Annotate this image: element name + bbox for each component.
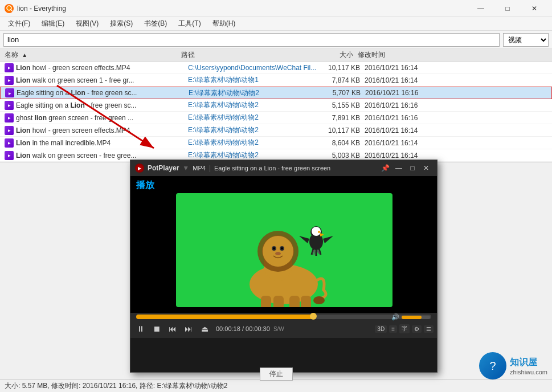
potplayer-window-buttons: 📌 — □ ✕ [379, 163, 432, 173]
table-row[interactable]: ▶Lion in the mall incredible.MP4E:\绿幕素材\… [0, 137, 552, 149]
svg-point-13 [275, 252, 281, 255]
player-controls: 🔊 ⏸ ⏹ ⏮ ⏭ ⏏ 00:00:18 / 00:00:30 S/W 3D ≡… [130, 313, 437, 338]
col-header-path[interactable]: 路径 [181, 50, 312, 60]
menu-view[interactable]: 视图(V) [70, 18, 104, 30]
file-name-cell: Lion howl - green screen effects.MP4 [16, 126, 188, 134]
minimize-button[interactable]: — [468, 0, 494, 17]
file-size-cell: 5,707 KB [320, 89, 365, 97]
search-type-select[interactable]: 视频 全部 音频 图片 文档 压缩包 [503, 33, 549, 47]
svg-rect-18 [301, 296, 311, 307]
file-name-cell: Eagle sitting on a Lion - free green sc.… [17, 89, 189, 97]
file-mtime-cell: 2016/10/21 16:14 [365, 152, 433, 160]
menu-file[interactable]: 文件(F) [2, 18, 36, 30]
potplayer-pin-button[interactable]: 📌 [379, 163, 391, 173]
video-area[interactable]: 播放 [130, 176, 437, 313]
progress-fill [136, 315, 313, 319]
col-header-mtime[interactable]: 修改时间 [358, 50, 426, 60]
mp4-icon: ▶ [5, 113, 14, 122]
menu-tools[interactable]: 工具(T) [173, 18, 206, 30]
watermark: ? 知识屋 zhishiwu.com [479, 352, 547, 379]
svg-point-12 [281, 247, 283, 250]
svg-line-1 [11, 10, 13, 11]
table-header: 名称 ▲ 路径 大小 修改时间 [0, 49, 552, 62]
table-row[interactable]: ▶Eagle sitting on a Lion - free green sc… [0, 87, 552, 99]
search-input[interactable] [3, 33, 500, 47]
table-row[interactable]: ▶Lion howl - green screen effects.MP4C:\… [0, 62, 552, 74]
table-row[interactable]: ▶Eagle sitting on a Lion - free green sc… [0, 99, 552, 112]
time-elapsed: 00:00:18 [216, 325, 240, 332]
volume-fill [402, 316, 422, 319]
volume-control: 🔊 [391, 313, 430, 321]
file-path-cell: E:\绿幕素材\动物\动物2 [188, 150, 319, 160]
file-icon: ▶ [5, 63, 14, 72]
eq-button[interactable]: ≡ [389, 325, 397, 333]
time-display: 00:00:18 / 00:00:30 S/W [216, 325, 284, 332]
mp4-icon: ▶ [5, 101, 14, 110]
menu-button[interactable]: ☰ [424, 325, 434, 333]
file-size-cell: 10,117 KB [319, 64, 365, 72]
stop-button[interactable]: ⏹ [150, 322, 163, 335]
prev-button[interactable]: ⏮ [166, 322, 179, 335]
file-icon: ▶ [5, 88, 14, 97]
file-mtime-cell: 2016/10/21 16:14 [365, 139, 433, 147]
open-button[interactable]: ⏏ [198, 322, 211, 335]
mp4-icon: ▶ [5, 138, 14, 148]
file-icon: ▶ [5, 151, 14, 160]
maximize-button[interactable]: □ [494, 0, 521, 17]
3d-button[interactable]: 3D [375, 325, 387, 333]
video-playing-text: 播放 [136, 179, 154, 191]
svg-rect-17 [289, 296, 300, 307]
file-mtime-cell: 2016/10/21 16:16 [365, 101, 433, 109]
table-row[interactable]: ▶Lion howl - green screen effects.MP4E:\… [0, 124, 552, 137]
potplayer-minimize-button[interactable]: — [392, 163, 405, 173]
progress-bar[interactable] [136, 315, 431, 319]
menu-search[interactable]: 搜索(S) [104, 18, 138, 30]
settings-button[interactable]: ⚙ [412, 325, 422, 333]
file-path-cell: C:\Users\yypond\Documents\WeChat Fil... [188, 64, 319, 72]
file-path-cell: E:\绿幕素材\动物\动物2 [188, 113, 319, 122]
potplayer-title-left: ▶ PotPlayer ▼ MP4 | Eagle sitting on a L… [135, 164, 375, 173]
potplayer-maximize-button[interactable]: □ [406, 163, 419, 173]
pause-button[interactable]: ⏸ [134, 322, 148, 335]
potplayer-file-title: Eagle sitting on a Lion - free green scr… [214, 165, 375, 172]
player-stop-button[interactable]: 停止 [260, 368, 293, 381]
table-row[interactable]: ▶ghost lion green screen - free green ..… [0, 112, 552, 124]
file-name-cell: Lion walk on green screen - free gree... [16, 152, 188, 160]
file-icon: ▶ [5, 138, 14, 148]
svg-point-11 [273, 247, 275, 250]
mp4-icon: ▶ [5, 76, 14, 85]
menu-bar: 文件(F) 编辑(E) 视图(V) 搜索(S) 书签(B) 工具(T) 帮助(H… [0, 17, 552, 31]
window-controls: — □ ✕ [468, 0, 547, 17]
next-button[interactable]: ⏭ [182, 322, 195, 335]
file-size-cell: 7,891 KB [319, 114, 365, 122]
potplayer-close-button[interactable]: ✕ [420, 163, 432, 173]
col-header-size[interactable]: 大小 [312, 50, 358, 60]
file-mtime-cell: 2016/10/21 16:14 [365, 126, 433, 134]
file-list: ▶Lion howl - green screen effects.MP4C:\… [0, 62, 552, 162]
status-text: 大小: 5.57 MB, 修改时间: 2016/10/21 16:16, 路径:… [5, 381, 227, 391]
table-row[interactable]: ▶Lion walk on green screen 1 - free gr..… [0, 74, 552, 87]
file-path-cell: E:\绿幕素材\动物\动物2 [188, 138, 319, 148]
file-icon: ▶ [5, 113, 14, 122]
file-mtime-cell: 2016/10/21 16:16 [365, 89, 434, 97]
potplayer-titlebar: ▶ PotPlayer ▼ MP4 | Eagle sitting on a L… [130, 160, 437, 176]
close-button[interactable]: ✕ [521, 0, 547, 17]
sub-button[interactable]: 字 [399, 324, 410, 333]
potplayer-format: MP4 [193, 165, 206, 172]
col-header-name[interactable]: 名称 ▲ [5, 50, 181, 60]
watermark-logo: ? [479, 352, 506, 379]
volume-icon: 🔊 [391, 313, 399, 321]
file-size-cell: 5,003 KB [319, 152, 365, 160]
watermark-cn: 知识屋 [510, 357, 537, 369]
svg-rect-15 [261, 296, 271, 307]
search-bar: 视频 全部 音频 图片 文档 压缩包 [0, 31, 552, 49]
menu-help[interactable]: 帮助(H) [207, 18, 242, 30]
potplayer-window: ▶ PotPlayer ▼ MP4 | Eagle sitting on a L… [130, 160, 437, 373]
file-path-cell: E:\绿幕素材\动物\动物2 [188, 100, 319, 110]
volume-bar[interactable] [402, 316, 430, 319]
file-name-cell: Eagle sitting on a Lion - free green sc.… [16, 101, 188, 109]
menu-bookmarks[interactable]: 书签(B) [138, 18, 173, 30]
file-name-cell: Lion walk on green screen 1 - free gr... [16, 76, 188, 84]
menu-edit[interactable]: 编辑(E) [36, 18, 70, 30]
file-name-cell: Lion in the mall incredible.MP4 [16, 139, 188, 147]
